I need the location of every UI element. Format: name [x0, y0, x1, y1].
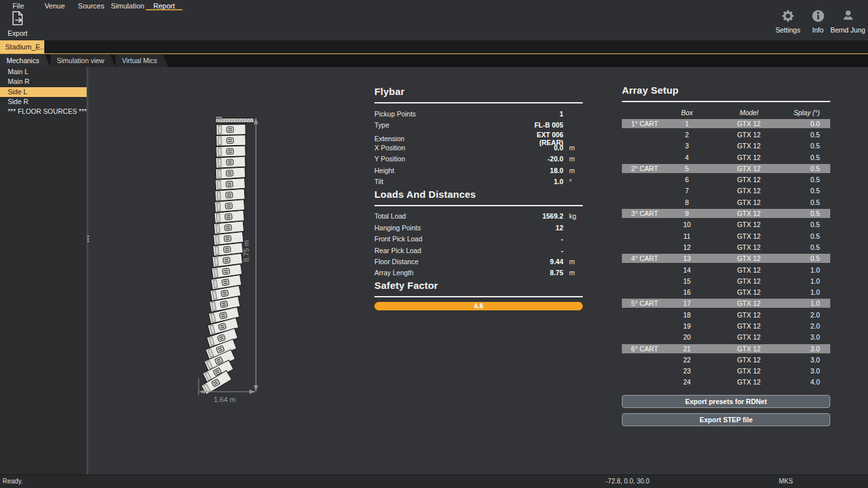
flybar-row-height: Height18.0m: [374, 165, 583, 176]
document-tab-stadium[interactable]: Stadium_E...: [0, 40, 44, 53]
menu-item-venue[interactable]: Venue: [36, 0, 73, 10]
loads-row-rear-pick-load: Rear Pick Load-: [374, 245, 583, 256]
source-list: Main LMain RSide LSide R*** FLOOR SOURCE…: [0, 67, 87, 474]
application-window: FileVenueSourcesSimulationReport Export …: [0, 0, 868, 488]
flybar-row-extension: ExtensionEXT 006 (REAR): [374, 131, 583, 142]
array-setup-row-box-21[interactable]: 6° CART21GTX 123.0: [622, 343, 830, 354]
menu-item-sources[interactable]: Sources: [73, 0, 109, 10]
array-setup-buttons: Export presets for RDNetExport STEP file: [622, 395, 830, 426]
array-setup-row-box-16[interactable]: 16GTX 121.0: [622, 286, 830, 297]
status-message: Ready.: [3, 475, 23, 488]
array-setup-row-box-23[interactable]: 23GTX 123.0: [622, 366, 830, 377]
array-setup-header: Box Model Splay (°): [622, 107, 830, 118]
source-item-side-r[interactable]: Side R: [0, 97, 87, 107]
source-item-main-l[interactable]: Main L: [0, 67, 87, 77]
view-tab-mechanics[interactable]: Mechanics: [0, 55, 50, 67]
export-button[interactable]: Export: [3, 10, 33, 37]
array-setup-row-box-17[interactable]: 5° CART17GTX 121.0: [622, 298, 830, 309]
array-setup-row-box-12[interactable]: 12GTX 120.5: [622, 241, 830, 252]
user-label: Bernd Jung: [827, 26, 868, 34]
array-setup-row-box-6[interactable]: 6GTX 120.5: [622, 174, 830, 185]
column-header-box: Box: [667, 109, 707, 116]
loads-row-hanging-points: Hanging Points12: [374, 222, 583, 233]
gear-icon: [781, 9, 795, 23]
array-setup-row-box-1[interactable]: 1° CART1GTX 120.0: [622, 118, 830, 129]
loads-rows: Total Load1569.2kgHanging Points12Front …: [374, 211, 583, 278]
document-tab-bar: Stadium_E...: [0, 40, 868, 54]
view-tab-simulation-view[interactable]: Simulation view: [50, 55, 115, 67]
menu-item-simulation[interactable]: Simulation: [109, 0, 146, 10]
loads-section: Loads And Distances Total Load1569.2kgHa…: [374, 189, 583, 278]
flybar-rows: Pickup Points1TypeFL-B 005ExtensionEXT 0…: [374, 108, 583, 187]
array-setup-row-box-11[interactable]: 11GTX 120.5: [622, 230, 830, 241]
array-setup-row-box-19[interactable]: 19GTX 122.0: [622, 320, 830, 331]
svg-text:1.64 m: 1.64 m: [214, 396, 236, 403]
user-icon: [841, 9, 855, 23]
info-icon: [811, 9, 825, 23]
flybar-row-y-position: Y Position-20.0m: [374, 154, 583, 165]
status-units: MKS: [779, 475, 793, 488]
source-item-side-l[interactable]: Side L: [0, 87, 87, 97]
safety-title: Safety Factor: [374, 280, 583, 297]
status-bar: Ready. -72.8, 0.0, 30.0 MKS: [0, 474, 868, 488]
array-setup-row-box-18[interactable]: 18GTX 122.0: [622, 309, 830, 320]
details-panel: Flybar Pickup Points1TypeFL-B 005Extensi…: [374, 85, 583, 310]
array-setup-row-box-24[interactable]: 24GTX 124.0: [622, 377, 830, 388]
view-tab-bar: MechanicsSimulation viewVirtual Mics: [0, 55, 868, 67]
top-toolbar: FileVenueSourcesSimulationReport Export …: [0, 0, 868, 40]
safety-section: Safety Factor 4.6: [374, 280, 583, 310]
column-header-splay: Splay (°): [791, 109, 830, 116]
menu-item-report[interactable]: Report: [146, 0, 182, 10]
view-tab-virtual-mics[interactable]: Virtual Mics: [115, 55, 168, 67]
array-setup-row-box-22[interactable]: 22GTX 123.0: [622, 354, 830, 365]
source-item-floor-sources[interactable]: *** FLOOR SOURCES ***: [0, 107, 87, 116]
flybar-title: Flybar: [374, 86, 583, 103]
status-coordinates: -72.8, 0.0, 30.0: [606, 475, 649, 488]
array-setup-title: Array Setup: [622, 85, 830, 102]
flybar-row-type: TypeFL-B 005: [374, 119, 583, 130]
array-setup-row-box-10[interactable]: 10GTX 120.5: [622, 219, 830, 230]
array-setup-row-box-15[interactable]: 15GTX 121.0: [622, 275, 830, 286]
menu-bar: FileVenueSourcesSimulationReport: [0, 0, 868, 11]
array-setup-row-box-13[interactable]: 4° CART13GTX 120.5: [622, 253, 830, 264]
array-setup-row-box-3[interactable]: 3GTX 120.5: [622, 141, 830, 152]
source-item-main-r[interactable]: Main R: [0, 77, 87, 87]
array-setup-row-box-4[interactable]: 4GTX 120.5: [622, 152, 830, 163]
flybar-section: Flybar Pickup Points1TypeFL-B 005Extensi…: [374, 86, 583, 187]
array-setup-row-box-5[interactable]: 2° CART5GTX 120.5: [622, 163, 830, 174]
flybar-row-x-position: X Position0.0m: [374, 142, 583, 153]
safety-factor-bar: 4.6: [374, 302, 583, 310]
array-setup-row-box-9[interactable]: 3° CART9GTX 120.5: [622, 208, 830, 219]
column-header-model: Model: [707, 109, 791, 116]
flybar-row-tilt: Tilt1.0°: [374, 176, 583, 187]
flybar-row-pickup-points: Pickup Points1: [374, 108, 583, 119]
export-step-file-button[interactable]: Export STEP file: [622, 413, 830, 426]
export-label: Export: [3, 29, 33, 37]
loads-row-total-load: Total Load1569.2kg: [374, 211, 583, 222]
export-file-icon: [10, 10, 25, 26]
array-setup-row-box-2[interactable]: 2GTX 120.5: [622, 129, 830, 140]
array-setup-row-box-7[interactable]: 7GTX 120.5: [622, 185, 830, 197]
export-presets-for-rdnet-button[interactable]: Export presets for RDNet: [622, 395, 830, 408]
array-setup-row-box-8[interactable]: 8GTX 120.5: [622, 197, 830, 208]
array-setup-panel: Array Setup Box Model Splay (°) 1° CART1…: [622, 85, 830, 426]
array-setup-rows: 1° CART1GTX 120.02GTX 120.53GTX 120.54GT…: [622, 118, 830, 388]
loads-row-floor-distance: Floor Distance9.44m: [374, 256, 583, 267]
loads-title: Loads And Distances: [374, 189, 583, 206]
array-mechanical-drawing: 8.75 m1.64 m: [89, 67, 395, 474]
loads-row-front-pick-load: Front Pick Load-: [374, 234, 583, 245]
array-setup-row-box-20[interactable]: 20GTX 123.0: [622, 332, 830, 343]
svg-text:8.75 m: 8.75 m: [242, 240, 250, 262]
user-button[interactable]: Bernd Jung: [827, 9, 868, 34]
loads-row-array-length: Array Length8.75m: [374, 267, 583, 278]
menu-item-file[interactable]: File: [0, 0, 36, 10]
array-setup-row-box-14[interactable]: 14GTX 121.0: [622, 264, 830, 275]
